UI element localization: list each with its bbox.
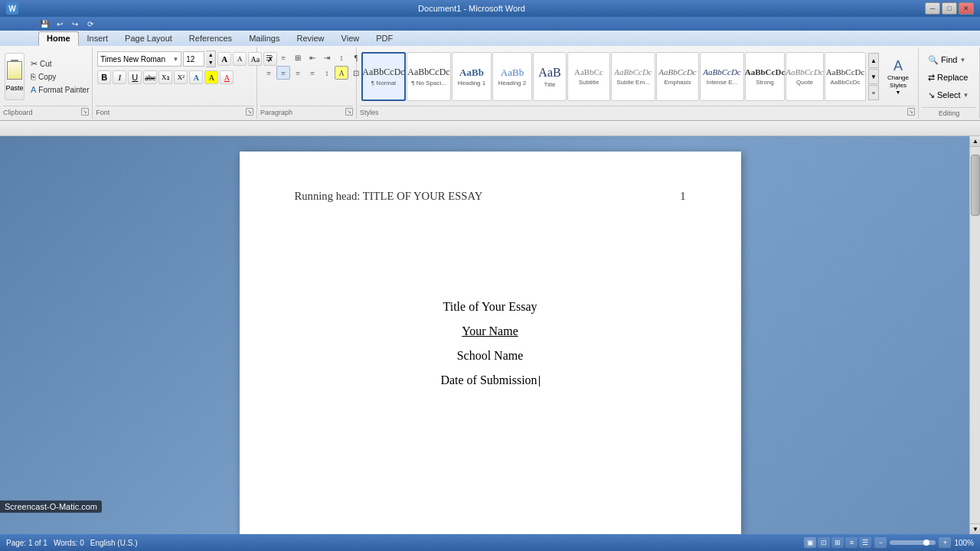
styles-scroll: ▲ ▼ ≡ xyxy=(868,53,879,100)
clipboard-group: Paste ✂ Cut ⎘ Copy A Format Painter Clip… xyxy=(0,47,93,119)
style-subtle-em[interactable]: AaBbCcDc Subtle Em... xyxy=(611,52,655,101)
styles-content: AaBbCcDc ¶ Normal AaBbCcDc ¶ No Spaci...… xyxy=(360,49,915,104)
document-page[interactable]: Running head: TITLE OF YOUR ESSAY 1 Titl… xyxy=(240,152,741,534)
grow-font-button[interactable]: A xyxy=(217,52,231,66)
tab-home[interactable]: Home xyxy=(38,31,79,46)
quick-access-toolbar: 💾 ↩ ↪ ⟳ xyxy=(0,17,980,31)
style-title[interactable]: AaB Title xyxy=(533,52,567,101)
font-color-button[interactable]: A xyxy=(220,70,234,84)
font-content: Times New Roman ▼ 12 ▲ ▼ A A Aa ✗ B I U xyxy=(96,49,253,104)
cut-icon: ✂ xyxy=(31,59,38,69)
highlight-button[interactable]: A xyxy=(204,70,218,84)
styles-scroll-up[interactable]: ▲ xyxy=(868,53,879,68)
style-intense-em[interactable]: AaBbCcDc Intense E... xyxy=(700,52,744,101)
styles-expander[interactable]: ↘ xyxy=(907,108,915,116)
line-spacing-button[interactable]: ↕ xyxy=(320,66,334,80)
zoom-slider[interactable] xyxy=(890,540,936,545)
italic-button[interactable]: I xyxy=(113,70,126,84)
font-label: Font ↘ xyxy=(96,106,253,117)
shading-button[interactable]: A xyxy=(335,66,348,80)
align-left-button[interactable]: ≡ xyxy=(262,66,276,80)
language-status: English (U.S.) xyxy=(90,539,138,547)
outline-button[interactable]: ≡ xyxy=(845,537,858,548)
style-quote[interactable]: AaBbCcDc Quote xyxy=(786,52,824,101)
print-layout-button[interactable]: ▣ xyxy=(804,537,816,548)
text-effects-button[interactable]: A xyxy=(189,70,203,84)
justify-button[interactable]: ≡ xyxy=(305,66,319,80)
zoom-thumb xyxy=(923,540,929,546)
zoom-in-button[interactable]: + xyxy=(939,537,951,548)
sort-button[interactable]: ↕ xyxy=(335,51,348,64)
strikethrough-button[interactable]: abc xyxy=(143,70,157,84)
styles-more-button[interactable]: ≡ xyxy=(868,85,879,100)
word-count: Words: 0 xyxy=(54,539,84,547)
tab-view[interactable]: View xyxy=(333,31,368,46)
draft-button[interactable]: ☰ xyxy=(859,537,871,548)
multilevel-button[interactable]: ⊞ xyxy=(291,51,305,64)
change-styles-button[interactable]: A ChangeStyles ▼ xyxy=(883,53,913,100)
font-name-input[interactable]: Times New Roman ▼ xyxy=(97,51,181,67)
tab-references[interactable]: References xyxy=(181,31,240,46)
bullets-button[interactable]: ☰ xyxy=(262,51,276,64)
find-button[interactable]: 🔍 Find ▼ xyxy=(923,51,970,68)
align-right-button[interactable]: ≡ xyxy=(291,66,305,80)
close-button[interactable]: ✕ xyxy=(959,2,974,15)
numbering-button[interactable]: ≡ xyxy=(276,51,290,64)
undo-button[interactable]: ↩ xyxy=(54,18,66,29)
maximize-button[interactable]: □ xyxy=(942,2,957,15)
ribbon: Paste ✂ Cut ⎘ Copy A Format Painter Clip… xyxy=(0,46,980,121)
align-center-button[interactable]: ≡ xyxy=(276,66,290,80)
tab-page-layout[interactable]: Page Layout xyxy=(116,31,181,46)
doc-author-line: Your Name xyxy=(462,319,518,344)
doc-date-line: Date of Submission xyxy=(440,368,539,393)
font-expander[interactable]: ↘ xyxy=(246,108,253,116)
style-subtitle[interactable]: AaBbCc Subtitle xyxy=(567,52,610,101)
replace-button[interactable]: ⇄ Replace xyxy=(923,69,972,86)
redo-button[interactable]: ↪ xyxy=(69,18,81,29)
font-size-down[interactable]: ▼ xyxy=(206,59,215,67)
paste-button[interactable]: Paste xyxy=(5,53,24,100)
select-button[interactable]: ↘ Select ▼ xyxy=(923,86,974,103)
scrollbar-down-button[interactable]: ▼ xyxy=(970,523,980,534)
web-layout-button[interactable]: ⊞ xyxy=(831,537,844,548)
underline-button[interactable]: U xyxy=(128,70,142,84)
bold-button[interactable]: B xyxy=(97,70,111,84)
style-heading2[interactable]: AaBb Heading 2 xyxy=(492,52,532,101)
tab-insert[interactable]: Insert xyxy=(79,31,117,46)
minimize-button[interactable]: ─ xyxy=(925,2,940,15)
paste-icon xyxy=(5,61,24,83)
paragraph-row1: ☰ ≡ ⊞ ⇤ ⇥ ↕ ¶ xyxy=(262,51,363,64)
style-normal[interactable]: AaBbCcDc ¶ Normal xyxy=(361,52,406,101)
editing-group: 🔍 Find ▼ ⇄ Replace ↘ Select ▼ Editing xyxy=(919,47,980,119)
superscript-button[interactable]: X² xyxy=(174,70,188,84)
zoom-out-button[interactable]: − xyxy=(874,537,887,548)
font-size-input[interactable]: 12 xyxy=(183,51,204,67)
cut-button[interactable]: ✂ Cut xyxy=(28,57,92,70)
full-screen-button[interactable]: ⊡ xyxy=(818,537,830,548)
style-more[interactable]: AaBbCcDc AaBbCcDc xyxy=(825,52,866,101)
paragraph-expander[interactable]: ↘ xyxy=(345,108,353,116)
decrease-indent-button[interactable]: ⇤ xyxy=(305,51,319,64)
style-emphasis[interactable]: AaBbCcDc Emphasis xyxy=(656,52,699,101)
format-painter-button[interactable]: A Format Painter xyxy=(28,83,92,96)
save-button[interactable]: 💾 xyxy=(38,18,51,29)
tab-mailings[interactable]: Mailings xyxy=(240,31,288,46)
style-no-spacing[interactable]: AaBbCcDc ¶ No Spaci... xyxy=(407,52,451,101)
clipboard-expander[interactable]: ↘ xyxy=(81,108,89,116)
style-heading1[interactable]: AaBb Heading 1 xyxy=(452,52,492,101)
tab-pdf[interactable]: PDF xyxy=(368,31,401,46)
subscript-button[interactable]: X₂ xyxy=(158,70,172,84)
shrink-font-button[interactable]: A xyxy=(233,52,247,66)
select-icon: ↘ xyxy=(928,90,935,100)
scrollbar-thumb[interactable] xyxy=(971,155,980,216)
copy-icon: ⎘ xyxy=(31,72,36,81)
copy-button[interactable]: ⎘ Copy xyxy=(28,70,92,83)
refresh-button[interactable]: ⟳ xyxy=(84,18,96,29)
tab-review[interactable]: Review xyxy=(288,31,332,46)
styles-group: AaBbCcDc ¶ Normal AaBbCcDc ¶ No Spaci...… xyxy=(357,47,919,119)
style-strong[interactable]: AaBbCcDc Strong xyxy=(745,52,785,101)
styles-scroll-down[interactable]: ▼ xyxy=(868,69,879,84)
font-size-up[interactable]: ▲ xyxy=(206,51,215,59)
scrollbar-up-button[interactable]: ▲ xyxy=(970,136,980,147)
increase-indent-button[interactable]: ⇥ xyxy=(320,51,334,64)
